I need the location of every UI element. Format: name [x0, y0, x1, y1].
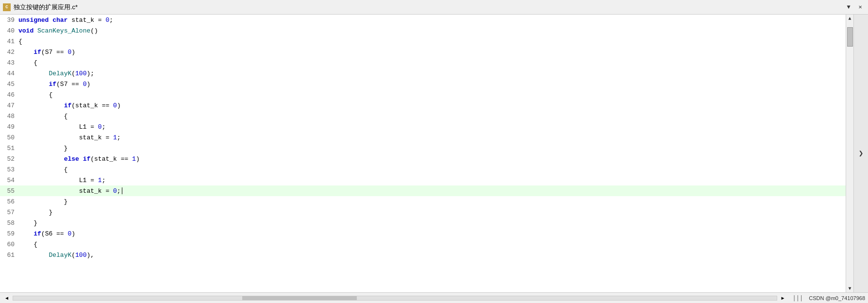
line-content: DelayK(100),: [18, 252, 846, 259]
line-content: {: [18, 91, 846, 99]
code-line: 39unsigned char stat_k = 0;: [0, 15, 846, 25]
line-content: }: [18, 219, 846, 227]
bottom-bar: ◀ ▶ ||| CSDN @m0_74107968: [0, 292, 868, 303]
line-number: 56: [0, 198, 18, 205]
code-line: 55 stat_k = 0;: [0, 185, 846, 196]
line-number: 53: [0, 166, 18, 173]
line-content: DelayK(100);: [18, 70, 846, 77]
close-button[interactable]: ✕: [855, 2, 865, 12]
line-content: }: [18, 145, 846, 152]
scroll-track[interactable]: [846, 22, 854, 285]
scroll-indicator: |||: [793, 295, 803, 302]
code-line: 44 DelayK(100);: [0, 68, 846, 79]
line-content: if(S6 == 0): [18, 230, 846, 237]
line-content: stat_k = 1;: [18, 134, 846, 141]
line-number: 49: [0, 123, 18, 131]
line-number: 59: [0, 230, 18, 237]
expand-arrow[interactable]: ❯: [854, 144, 868, 163]
code-editor[interactable]: 39unsigned char stat_k = 0;40void ScanKe…: [0, 15, 846, 292]
line-number: 58: [0, 219, 18, 227]
code-line: 51 }: [0, 143, 846, 153]
status-text: CSDN @m0_74107968: [809, 295, 865, 301]
line-content: if(S7 == 0): [18, 49, 846, 56]
code-line: 46 {: [0, 89, 846, 100]
line-content: stat_k = 0;: [18, 187, 846, 195]
vertical-scrollbar[interactable]: ▲ ▼: [846, 15, 853, 292]
title-bar: C 独立按键的扩展应用.c* ▼ ✕: [0, 0, 868, 15]
line-content: void ScanKeys_Alone(): [18, 27, 846, 34]
line-number: 47: [0, 102, 18, 109]
line-number: 48: [0, 113, 18, 120]
line-number: 46: [0, 91, 18, 99]
scroll-thumb[interactable]: [847, 27, 853, 47]
line-number: 40: [0, 27, 18, 34]
line-number: 57: [0, 209, 18, 216]
code-line: 41{: [0, 36, 846, 47]
horizontal-scroll-thumb[interactable]: [242, 296, 357, 300]
line-content: L1 = 0;: [18, 123, 846, 131]
code-line: 45 if(S7 == 0): [0, 79, 846, 89]
line-content: else if(stat_k == 1): [18, 155, 846, 163]
line-content: {: [18, 38, 846, 45]
line-number: 52: [0, 155, 18, 163]
line-number: 44: [0, 70, 18, 77]
line-number: 50: [0, 134, 18, 141]
line-content: }: [18, 209, 846, 216]
right-expand-panel[interactable]: ❯: [853, 15, 868, 292]
title-controls: ▼ ✕: [844, 2, 865, 12]
code-line: 54 L1 = 1;: [0, 175, 846, 185]
code-line: 57 }: [0, 207, 846, 218]
horizontal-scroll-track[interactable]: [13, 296, 777, 301]
line-number: 61: [0, 252, 18, 259]
line-number: 54: [0, 177, 18, 184]
line-number: 39: [0, 17, 18, 24]
line-content: unsigned char stat_k = 0;: [18, 17, 846, 24]
line-number: 45: [0, 81, 18, 88]
scroll-down-arrow[interactable]: ▼: [846, 285, 854, 292]
line-content: {: [18, 113, 846, 120]
line-number: 41: [0, 38, 18, 45]
line-content: }: [18, 198, 846, 205]
text-cursor: [122, 187, 122, 194]
line-content: if(stat_k == 0): [18, 102, 846, 109]
line-content: {: [18, 166, 846, 173]
line-content: if(S7 == 0): [18, 81, 846, 88]
line-content: {: [18, 241, 846, 248]
code-line: 58 }: [0, 218, 846, 228]
scroll-left-arrow[interactable]: ◀: [3, 294, 11, 302]
code-line: 59 if(S6 == 0): [0, 228, 846, 239]
code-line: 50 stat_k = 1;: [0, 132, 846, 143]
file-icon: C: [3, 3, 11, 11]
scroll-up-arrow[interactable]: ▲: [846, 15, 854, 22]
code-line: 47 if(stat_k == 0): [0, 100, 846, 111]
code-lines-container: 39unsigned char stat_k = 0;40void ScanKe…: [0, 15, 846, 292]
line-number: 42: [0, 49, 18, 56]
scroll-right-arrow[interactable]: ▶: [779, 294, 787, 302]
line-number: 51: [0, 145, 18, 152]
title-text: 独立按键的扩展应用.c*: [14, 3, 844, 12]
line-content: {: [18, 59, 846, 67]
code-line: 40void ScanKeys_Alone(): [0, 25, 846, 36]
code-line: 49 L1 = 0;: [0, 121, 846, 132]
code-line: 61 DelayK(100),: [0, 250, 846, 260]
line-number: 60: [0, 241, 18, 248]
code-line: 42 if(S7 == 0): [0, 47, 846, 57]
code-line: 52 else if(stat_k == 1): [0, 153, 846, 164]
code-line: 53 {: [0, 164, 846, 175]
main-content: 39unsigned char stat_k = 0;40void ScanKe…: [0, 15, 868, 292]
line-number: 43: [0, 59, 18, 67]
code-line: 48 {: [0, 111, 846, 121]
line-content: L1 = 1;: [18, 177, 846, 184]
code-line: 43 {: [0, 57, 846, 68]
main-window: C 独立按键的扩展应用.c* ▼ ✕ 39unsigned char stat_…: [0, 0, 868, 303]
collapse-button[interactable]: ▼: [844, 2, 853, 12]
code-line: 60 {: [0, 239, 846, 250]
code-line: 56 }: [0, 196, 846, 207]
line-number: 55: [0, 187, 18, 195]
